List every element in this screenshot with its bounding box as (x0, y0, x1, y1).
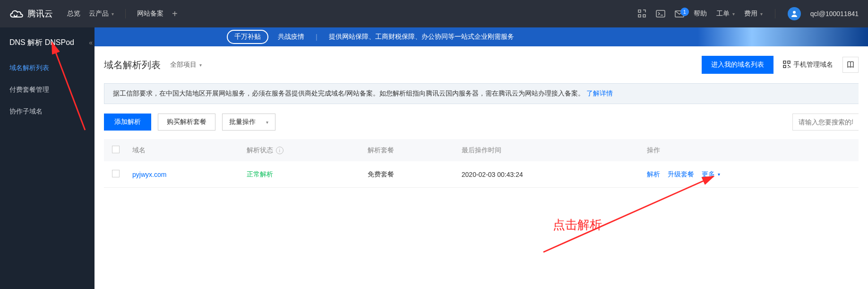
page-title: 域名解析列表 (104, 59, 161, 71)
notice-text: 据工信部要求，在中国大陆地区开展网站服务，必须在服务器提供商处完成域名/网站备案… (113, 89, 584, 97)
svg-line-9 (543, 176, 713, 252)
help-link[interactable]: 帮助 (694, 9, 707, 18)
qrcode-icon (783, 61, 791, 70)
promo-banner[interactable]: 千万补贴 共战疫情 | 提供网站保障、工商财税保障、办公协同等一站式企业刚需服务 (95, 27, 868, 46)
banner-slogan1: 共战疫情 (278, 33, 304, 41)
messages-button[interactable]: 1 (675, 10, 684, 18)
sidebar-item-domain-list[interactable]: 域名解析列表 (0, 57, 95, 79)
cloud-logo-icon (9, 9, 24, 19)
resolve-action[interactable]: 解析 (647, 170, 660, 179)
svg-rect-7 (788, 61, 790, 63)
sidebar-collapse-button[interactable]: « (89, 39, 93, 46)
enter-domain-list-button[interactable]: 进入我的域名列表 (702, 56, 773, 74)
page-header: 域名解析列表 全部项目 ▾ 进入我的域名列表 手机管理域名 (95, 46, 868, 83)
chevron-down-icon: ▾ (112, 11, 114, 17)
batch-action-dropdown[interactable]: 批量操作 ▾ (222, 114, 275, 131)
table-row: pyjwyx.com 正常解析 免费套餐 2020-02-03 00:43:24… (104, 161, 859, 188)
col-plan: 解析套餐 (363, 139, 457, 161)
more-action[interactable]: 更多 ▾ (702, 170, 720, 179)
sidebar-item-paid-plans[interactable]: 付费套餐管理 (0, 79, 95, 101)
message-badge: 1 (680, 8, 689, 16)
beian-notice: 据工信部要求，在中国大陆地区开展网站服务，必须在服务器提供商处完成域名/网站备案… (104, 83, 859, 104)
banner-separator: | (316, 33, 318, 41)
upgrade-action[interactable]: 升级套餐 (668, 170, 694, 179)
nav-beian[interactable]: 网站备案 (137, 9, 163, 18)
col-op: 操作 (642, 139, 859, 161)
banner-slogan2: 提供网站保障、工商财税保障、办公协同等一站式企业刚需服务 (329, 33, 514, 41)
search-input[interactable] (792, 114, 859, 131)
chevron-down-icon: ▾ (718, 172, 720, 177)
brand-logo[interactable]: 腾讯云 (9, 8, 53, 19)
svg-rect-0 (638, 10, 641, 12)
nav-overview[interactable]: 总览 (67, 9, 80, 18)
action-bar: 添加解析 购买解析套餐 批量操作 ▾ (95, 114, 868, 139)
sidebar-title: DNS 解析 DNSPod (0, 27, 95, 57)
brand-text: 腾讯云 (27, 8, 53, 19)
nav-products[interactable]: 云产品▾ (89, 9, 114, 18)
buy-plan-button[interactable]: 购买解析套餐 (158, 114, 215, 131)
col-status: 解析状态i (242, 139, 363, 161)
top-nav: 腾讯云 总览 云产品▾ 网站备案 + 1 帮助 工单▾ 费用▾ qcl@1000… (0, 0, 868, 27)
mobile-manage-button[interactable]: 手机管理域名 (783, 61, 833, 70)
col-last-op: 最后操作时间 (457, 139, 642, 161)
chevron-down-icon: ▾ (266, 120, 268, 125)
plan-label: 免费套餐 (368, 170, 394, 178)
cloud-shell-icon[interactable] (656, 10, 665, 18)
sidebar: DNS 解析 DNSPod « 域名解析列表 付费套餐管理 协作子域名 (0, 27, 95, 289)
domain-table: 域名 解析状态i 解析套餐 最后操作时间 操作 pyjwyx.com 正常解析 … (95, 139, 868, 188)
svg-rect-3 (656, 10, 665, 17)
svg-rect-2 (643, 15, 645, 17)
project-selector[interactable]: 全部项目 ▾ (170, 61, 202, 69)
docs-button[interactable] (842, 57, 859, 73)
divider (775, 9, 775, 18)
work-order-link[interactable]: 工单▾ (716, 9, 735, 18)
status-label: 正常解析 (247, 170, 273, 178)
banner-badge: 千万补贴 (227, 30, 268, 44)
info-icon[interactable]: i (276, 147, 284, 154)
chevron-down-icon: ▾ (760, 11, 763, 17)
annotation-click-resolve: 点击解析 (553, 217, 602, 233)
notice-link[interactable]: 了解详情 (586, 89, 613, 97)
last-op-time: 2020-02-03 00:43:24 (462, 171, 523, 178)
col-domain: 域名 (128, 139, 242, 161)
apps-icon[interactable] (638, 9, 646, 18)
chevron-down-icon: ▾ (732, 11, 735, 17)
chevron-down-icon: ▾ (199, 62, 202, 68)
svg-rect-8 (783, 65, 786, 68)
domain-link[interactable]: pyjwyx.com (132, 171, 166, 178)
add-shortcut-button[interactable]: + (172, 9, 178, 19)
svg-rect-6 (783, 61, 786, 63)
svg-point-5 (793, 11, 796, 14)
row-checkbox[interactable] (112, 170, 120, 177)
divider (125, 9, 126, 18)
svg-rect-1 (638, 15, 641, 17)
sidebar-item-subdomains[interactable]: 协作子域名 (0, 101, 95, 123)
add-record-button[interactable]: 添加解析 (104, 114, 151, 131)
account-label[interactable]: qcl@100011841 (810, 10, 859, 18)
content-area: 千万补贴 共战疫情 | 提供网站保障、工商财税保障、办公协同等一站式企业刚需服务… (95, 27, 868, 289)
select-all-checkbox[interactable] (112, 146, 120, 153)
cost-link[interactable]: 费用▾ (744, 9, 763, 18)
avatar[interactable] (788, 7, 801, 20)
